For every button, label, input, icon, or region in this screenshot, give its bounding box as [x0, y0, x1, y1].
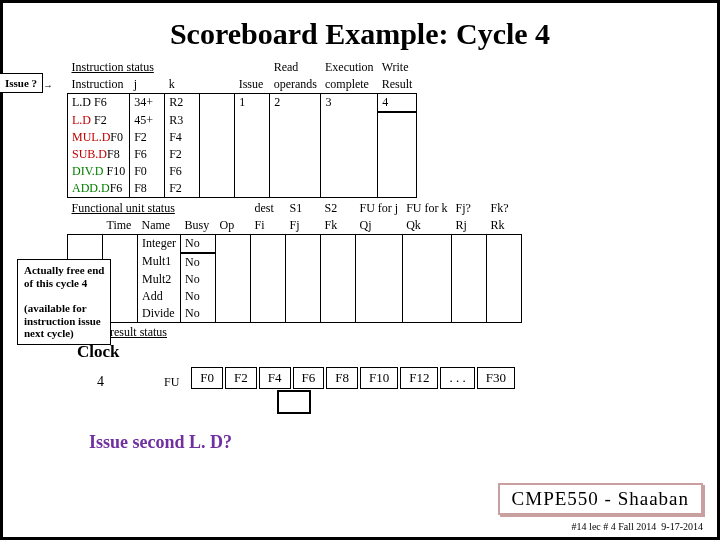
page-title: Scoreboard Example: Cycle 4 [3, 17, 717, 51]
question: Issue second L. D? [89, 432, 703, 453]
highlight-box [277, 390, 311, 414]
register-row: 4 FU F0F2F4F6 F8F10F12. . .F30 [67, 365, 703, 391]
free-callout: Actually free end of this cycle 4 (avail… [17, 259, 111, 345]
clock-label: Clock [77, 342, 703, 362]
issue-callout: Issue ? [0, 73, 43, 93]
instruction-status-table: Instruction statusReadExecutionWrite Ins… [67, 59, 417, 198]
functional-unit-table: Functional unit statusdestS1S2FU for jFU… [67, 200, 522, 323]
course-footer: CMPE550 - Shaaban [498, 483, 703, 515]
lecture-footer: #14 lec # 4 Fall 2014 9-17-2014 [572, 521, 703, 532]
reg-result-label: Register result status [67, 325, 703, 340]
